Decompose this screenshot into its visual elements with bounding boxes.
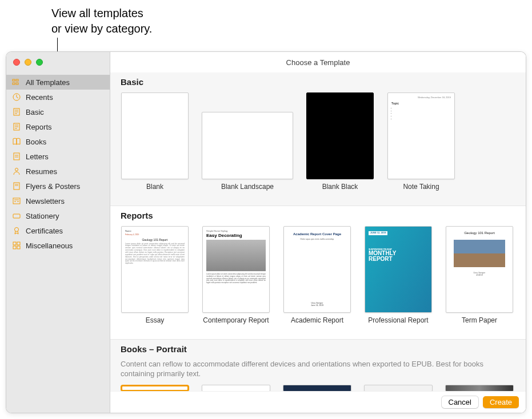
sidebar-item-label: Basic <box>26 108 44 116</box>
svg-rect-23 <box>13 214 20 218</box>
svg-rect-3 <box>16 83 18 84</box>
template-book-1[interactable] <box>121 385 189 392</box>
page-icon <box>12 122 21 131</box>
sidebar-item-label: Miscellaneous <box>26 241 73 250</box>
template-label: Academic Report <box>291 316 343 332</box>
template-thumb <box>202 112 293 179</box>
template-thumb: Simple Home Styling Easy Decorating Lore… <box>202 226 270 313</box>
sidebar-item-resumes[interactable]: Resumes <box>6 164 110 179</box>
template-chooser-window: All Templates Recents Basic Reports Book… <box>6 51 526 413</box>
zoom-window-button[interactable] <box>36 59 43 66</box>
template-label: Blank Black <box>322 183 358 199</box>
template-row <box>121 385 515 392</box>
svg-rect-18 <box>15 184 18 186</box>
sidebar-item-label: Stationery <box>26 212 59 220</box>
template-thumb <box>121 385 189 392</box>
sidebar-item-reports[interactable]: Reports <box>6 119 110 134</box>
grid4-icon <box>12 241 21 250</box>
svg-rect-26 <box>17 242 20 245</box>
section-title: Reports <box>121 211 515 220</box>
template-label: Contemporary Report <box>203 316 269 332</box>
sidebar-item-label: Newsletters <box>26 197 65 206</box>
close-window-button[interactable] <box>13 59 20 66</box>
template-row: Blank Blank Landscape Blank Black Wednes <box>121 92 515 199</box>
template-book-3[interactable] <box>283 385 351 392</box>
sidebar-item-recents[interactable]: Recents <box>6 90 110 104</box>
main-pane: Choose a Template Basic Blank Blank Land… <box>110 52 526 413</box>
template-thumb: Geology 101 Report Urna Semper 4/18/19 <box>446 226 513 313</box>
template-thumb: JUNE 12, 2019 SUSPENDISSE FEUGIAT MONTHL… <box>365 226 432 313</box>
sidebar-item-all-templates[interactable]: All Templates <box>6 75 110 90</box>
template-thumb <box>445 385 514 392</box>
svg-rect-2 <box>16 79 18 81</box>
window-controls <box>6 52 110 72</box>
sidebar-item-miscellaneous[interactable]: Miscellaneous <box>6 238 110 253</box>
create-button[interactable]: Create <box>483 396 519 408</box>
template-thumb: Name February 4, 2019 Geology 101 Report… <box>121 226 189 313</box>
person-icon <box>12 167 21 176</box>
svg-point-24 <box>15 228 19 232</box>
template-thumb: Academic Report Cover Page Dolor aqua qu… <box>283 226 351 313</box>
section-basic: Basic Blank Blank Landscape Blank Black <box>110 72 526 206</box>
template-essay[interactable]: Name February 4, 2019 Geology 101 Report… <box>121 226 189 332</box>
sidebar-item-label: Recents <box>26 93 53 102</box>
minimize-window-button[interactable] <box>25 59 31 66</box>
svg-rect-0 <box>13 79 15 81</box>
sidebar-item-flyers-posters[interactable]: Flyers & Posters <box>6 179 110 194</box>
template-thumb: Wednesday, December 18, 2019 Topic <box>387 92 455 179</box>
template-thumb <box>306 92 374 179</box>
template-thumb <box>364 385 433 392</box>
template-thumb <box>121 92 189 179</box>
book-icon <box>12 137 21 146</box>
cancel-button[interactable]: Cancel <box>442 396 478 408</box>
sidebar-item-newsletters[interactable]: Newsletters <box>6 194 110 208</box>
window-title: Choose a Template <box>110 52 526 72</box>
template-academic-report[interactable]: Academic Report Cover Page Dolor aqua qu… <box>283 226 351 332</box>
template-label: Blank <box>146 183 163 199</box>
sidebar-item-basic[interactable]: Basic <box>6 104 110 119</box>
svg-rect-13 <box>14 153 19 160</box>
section-subtitle: Content can reflow to accommodate differ… <box>121 360 515 379</box>
ribbon-icon <box>12 226 21 235</box>
sidebar-item-label: Certificates <box>26 227 63 235</box>
template-thumb <box>283 385 351 392</box>
template-blank-black[interactable]: Blank Black <box>306 92 374 199</box>
newspaper-icon <box>12 196 21 206</box>
svg-rect-1 <box>13 83 15 84</box>
sidebar-category-list: All Templates Recents Basic Reports Book… <box>6 72 110 253</box>
callout-text: View all templates or view by category. <box>51 6 152 37</box>
sidebar-item-stationery[interactable]: Stationery <box>6 208 110 223</box>
template-book-4[interactable] <box>364 385 433 392</box>
template-blank[interactable]: Blank <box>121 92 189 199</box>
svg-point-16 <box>15 168 18 171</box>
sidebar-item-label: Books <box>26 138 46 146</box>
template-blank-landscape[interactable]: Blank Landscape <box>202 92 293 199</box>
template-label: Note Taking <box>403 183 439 199</box>
sidebar-item-books[interactable]: Books <box>6 134 110 149</box>
sidebar-item-certificates[interactable]: Certificates <box>6 223 110 238</box>
section-title: Basic <box>121 77 515 87</box>
template-term-paper[interactable]: Geology 101 Report Urna Semper 4/18/19 T… <box>445 226 514 332</box>
template-book-2[interactable] <box>202 385 270 392</box>
template-label: Essay <box>146 316 165 332</box>
sidebar-item-letters[interactable]: Letters <box>6 149 110 164</box>
section-reports: Reports Name February 4, 2019 Geology 10… <box>110 206 526 339</box>
template-professional-report[interactable]: JUNE 12, 2019 SUSPENDISSE FEUGIAT MONTHL… <box>364 226 433 332</box>
page-icon <box>12 107 21 116</box>
grid-icon <box>12 78 21 87</box>
sidebar-item-label: Reports <box>26 123 52 131</box>
template-scroll-area[interactable]: Basic Blank Blank Landscape Blank Black <box>110 72 526 413</box>
template-label: Blank Landscape <box>221 183 274 199</box>
sidebar-item-label: Letters <box>26 152 49 161</box>
svg-rect-25 <box>13 242 16 245</box>
clock-icon <box>12 92 21 102</box>
section-title: Books – Portrait <box>121 344 515 354</box>
template-label: Term Paper <box>462 316 497 332</box>
template-contemporary-report[interactable]: Simple Home Styling Easy Decorating Lore… <box>202 226 270 332</box>
template-label: Professional Report <box>368 316 428 332</box>
template-book-5[interactable] <box>445 385 514 392</box>
template-note-taking[interactable]: Wednesday, December 18, 2019 Topic Note … <box>387 92 455 199</box>
svg-rect-28 <box>17 246 20 249</box>
sidebar-item-label: All Templates <box>26 78 70 87</box>
card-icon <box>12 211 21 220</box>
